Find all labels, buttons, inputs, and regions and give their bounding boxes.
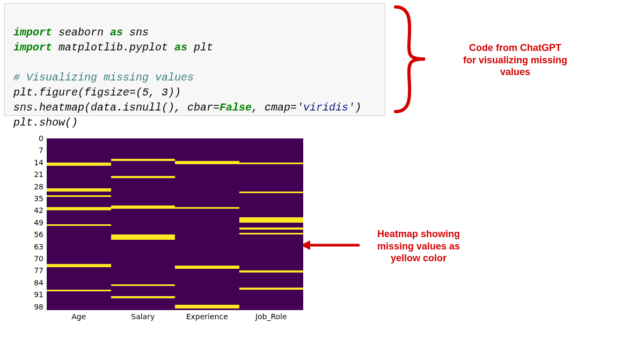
heatmap-missing-cell bbox=[111, 284, 175, 286]
y-tick-label: 42 bbox=[34, 206, 43, 215]
heatmap-missing-cell bbox=[175, 207, 239, 209]
annotation-code: Code from ChatGPTfor visualizing missing… bbox=[448, 42, 582, 78]
heatmap-missing-cell bbox=[47, 190, 111, 192]
code-builtin: False bbox=[219, 101, 252, 114]
code-comment: # Visualizing missing values bbox=[13, 71, 194, 84]
heatmap-missing-cell bbox=[175, 307, 239, 308]
arrow-left-icon bbox=[301, 239, 360, 252]
heatmap-missing-cell bbox=[47, 209, 111, 210]
code-text: seaborn bbox=[52, 26, 110, 39]
x-axis: AgeSalaryExperienceJob_Role bbox=[47, 311, 303, 325]
y-tick-label: 84 bbox=[34, 278, 43, 287]
x-tick-label: Job_Role bbox=[255, 312, 287, 321]
heatmap-missing-cell bbox=[239, 233, 304, 234]
y-axis: 0714212835424956637077849198 bbox=[24, 138, 45, 310]
code-text: )) bbox=[168, 86, 181, 99]
y-tick-label: 0 bbox=[39, 134, 43, 143]
y-tick-label: 49 bbox=[34, 218, 43, 227]
heatmap-missing-cell bbox=[111, 159, 175, 160]
code-text: plt.figure(figsize=( bbox=[13, 86, 142, 99]
code-text: , cmap= bbox=[252, 101, 297, 114]
heatmap-missing-cell bbox=[239, 227, 304, 229]
code-text: matplotlib.pyplot bbox=[52, 41, 174, 54]
heatmap-body bbox=[47, 138, 303, 310]
annotation-heatmap: Heatmap showingmissing values asyellow c… bbox=[365, 228, 472, 264]
heatmap-plot: 0714212835424956637077849198 AgeSalaryEx… bbox=[24, 138, 309, 336]
y-tick-label: 7 bbox=[39, 146, 43, 155]
code-text: plt.show() bbox=[13, 116, 78, 129]
y-tick-label: 35 bbox=[34, 194, 43, 203]
heatmap-missing-cell bbox=[47, 224, 111, 226]
x-tick-label: Salary bbox=[131, 312, 155, 321]
y-tick-label: 21 bbox=[34, 170, 43, 179]
code-text: ) bbox=[355, 101, 361, 114]
x-tick-label: Experience bbox=[186, 312, 228, 321]
kw-import: import bbox=[13, 26, 52, 39]
code-text: 3 bbox=[162, 86, 168, 99]
heatmap-missing-cell bbox=[47, 164, 111, 166]
kw-as: as bbox=[174, 41, 187, 54]
x-tick-label: Age bbox=[71, 312, 86, 321]
code-text: sns bbox=[123, 26, 149, 39]
heatmap-missing-cell bbox=[47, 266, 111, 267]
heatmap-missing-cell bbox=[239, 192, 304, 193]
y-tick-label: 56 bbox=[34, 230, 43, 239]
heatmap-missing-cell bbox=[47, 195, 111, 197]
y-tick-label: 63 bbox=[34, 243, 43, 251]
heatmap-missing-cell bbox=[239, 163, 304, 164]
code-text: 5 bbox=[142, 86, 149, 99]
y-tick-label: 77 bbox=[34, 266, 43, 275]
heatmap-missing-cell bbox=[111, 296, 175, 298]
code-text: plt bbox=[187, 41, 213, 54]
y-tick-label: 98 bbox=[34, 303, 43, 311]
heatmap-missing-cell bbox=[111, 176, 175, 178]
heatmap-missing-cell bbox=[111, 207, 175, 209]
y-tick-label: 91 bbox=[34, 290, 43, 299]
kw-as: as bbox=[110, 26, 123, 39]
code-string: 'viridis' bbox=[297, 101, 355, 114]
heatmap-missing-cell bbox=[239, 221, 304, 223]
heatmap-missing-cell bbox=[239, 288, 304, 289]
code-text: , bbox=[149, 86, 162, 99]
y-tick-label: 28 bbox=[34, 182, 43, 191]
heatmap-missing-cell bbox=[175, 267, 239, 269]
y-tick-label: 70 bbox=[34, 254, 43, 263]
heatmap-missing-cell bbox=[175, 163, 239, 164]
heatmap-missing-cell bbox=[111, 238, 175, 240]
y-tick-label: 14 bbox=[34, 158, 43, 167]
kw-import: import bbox=[13, 41, 52, 54]
heatmap-missing-cell bbox=[239, 270, 304, 272]
code-block: import seaborn as sns import matplotlib.… bbox=[4, 3, 385, 116]
heatmap-missing-cell bbox=[47, 290, 111, 291]
curly-brace-icon bbox=[393, 4, 436, 114]
code-text: sns.heatmap(data.isnull(), cbar= bbox=[13, 101, 219, 114]
